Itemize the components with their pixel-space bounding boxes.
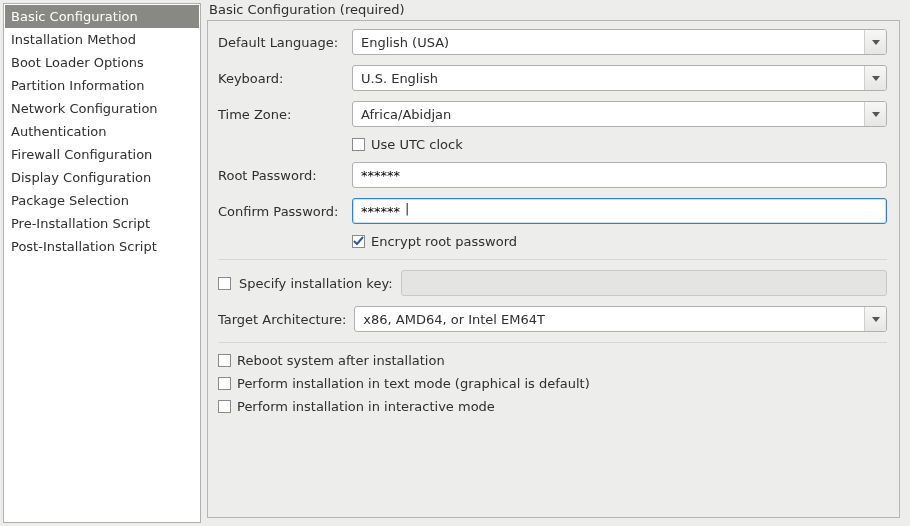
main-content: Basic Configuration (required) Default L…: [201, 0, 910, 526]
separator: [218, 259, 887, 260]
interactive-label: Perform installation in interactive mode: [237, 399, 495, 414]
target-arch-combo[interactable]: x86, AMD64, or Intel EM64T: [354, 306, 887, 332]
utc-label: Use UTC clock: [371, 137, 463, 152]
encrypt-label: Encrypt root password: [371, 234, 517, 249]
chevron-down-icon: [872, 76, 880, 81]
chevron-down-icon: [872, 112, 880, 117]
default-language-dropdown-button[interactable]: [864, 30, 886, 54]
reboot-checkbox[interactable]: [218, 354, 231, 367]
label-target-arch: Target Architecture:: [218, 312, 346, 327]
sidebar-item-basic-configuration[interactable]: Basic Configuration: [5, 5, 199, 28]
default-language-value: English (USA): [353, 35, 864, 50]
label-confirm-password: Confirm Password:: [218, 204, 346, 219]
sidebar-item-network-configuration[interactable]: Network Configuration: [5, 97, 199, 120]
label-time-zone: Time Zone:: [218, 107, 346, 122]
keyboard-combo[interactable]: U.S. English: [352, 65, 887, 91]
target-arch-value: x86, AMD64, or Intel EM64T: [355, 312, 864, 327]
sidebar-item-partition-information[interactable]: Partition Information: [5, 74, 199, 97]
time-zone-dropdown-button[interactable]: [864, 102, 886, 126]
sidebar: Basic Configuration Installation Method …: [3, 3, 201, 523]
config-panel: Default Language: English (USA) Keyboard…: [207, 20, 900, 518]
sidebar-item-firewall-configuration[interactable]: Firewall Configuration: [5, 143, 199, 166]
textmode-label: Perform installation in text mode (graph…: [237, 376, 590, 391]
time-zone-value: Africa/Abidjan: [353, 107, 864, 122]
sidebar-item-display-configuration[interactable]: Display Configuration: [5, 166, 199, 189]
target-arch-dropdown-button[interactable]: [864, 307, 886, 331]
label-root-password: Root Password:: [218, 168, 346, 183]
encrypt-root-password-checkbox[interactable]: [352, 235, 365, 248]
chevron-down-icon: [872, 40, 880, 45]
sidebar-item-boot-loader-options[interactable]: Boot Loader Options: [5, 51, 199, 74]
confirm-password-input[interactable]: [352, 198, 887, 224]
install-key-checkbox[interactable]: [218, 277, 231, 290]
sidebar-item-installation-method[interactable]: Installation Method: [5, 28, 199, 51]
chevron-down-icon: [872, 317, 880, 322]
label-keyboard: Keyboard:: [218, 71, 346, 86]
root-password-input[interactable]: [352, 162, 887, 188]
utc-checkbox[interactable]: [352, 138, 365, 151]
time-zone-combo[interactable]: Africa/Abidjan: [352, 101, 887, 127]
text-cursor: |: [404, 202, 409, 215]
interactive-checkbox[interactable]: [218, 400, 231, 413]
keyboard-value: U.S. English: [353, 71, 864, 86]
sidebar-item-package-selection[interactable]: Package Selection: [5, 189, 199, 212]
default-language-combo[interactable]: English (USA): [352, 29, 887, 55]
label-default-language: Default Language:: [218, 35, 346, 50]
section-title: Basic Configuration (required): [207, 2, 900, 17]
textmode-checkbox[interactable]: [218, 377, 231, 390]
sidebar-item-authentication[interactable]: Authentication: [5, 120, 199, 143]
install-key-input: [401, 270, 887, 296]
sidebar-item-pre-installation-script[interactable]: Pre-Installation Script: [5, 212, 199, 235]
reboot-label: Reboot system after installation: [237, 353, 445, 368]
sidebar-item-post-installation-script[interactable]: Post-Installation Script: [5, 235, 199, 258]
separator: [218, 342, 887, 343]
install-key-label: Specify installation key:: [239, 276, 393, 291]
keyboard-dropdown-button[interactable]: [864, 66, 886, 90]
